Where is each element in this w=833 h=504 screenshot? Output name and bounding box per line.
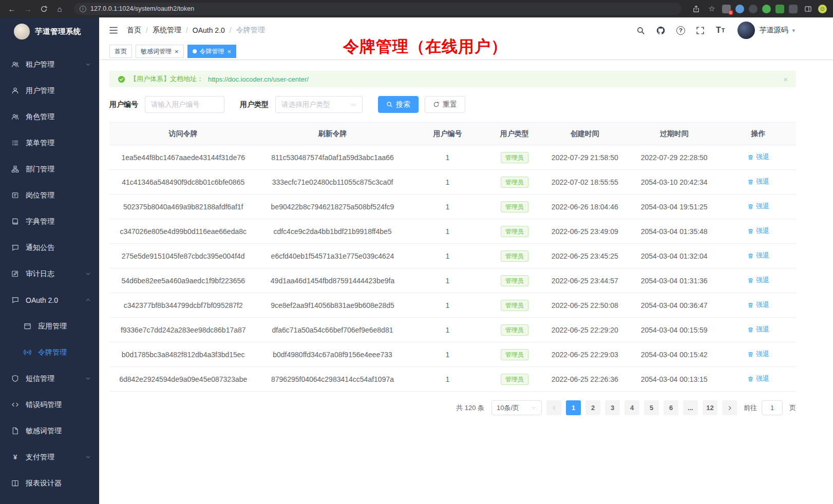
col-expire-time: 过期时间 [628,123,720,145]
tab-home[interactable]: 首页 [109,45,132,58]
force-logout-button[interactable]: 强退 [747,374,769,383]
page-button-2[interactable]: 2 [585,400,600,415]
page-ellipsis[interactable]: ... [683,400,698,415]
github-icon[interactable] [656,26,666,35]
sidebar-item-notice[interactable]: 通知公告 [0,235,99,261]
search-button-label: 搜索 [396,100,410,109]
fullscreen-icon[interactable] [696,26,705,35]
sidebar-item-menu[interactable]: 菜单管理 [0,130,99,156]
user-id-input[interactable] [145,96,224,113]
sidebar-item-app[interactable]: 应用管理 [0,313,99,339]
user-type-select[interactable]: 请选择用户类型 [275,96,363,113]
sidebar-item-audit-log[interactable]: 审计日志 [0,261,99,287]
extension-puzzle-icon[interactable] [775,5,784,13]
back-button[interactable]: ← [6,3,17,14]
extension-icon-gray[interactable] [789,5,798,13]
extension-icon-dark[interactable] [749,5,758,13]
extension-icon-blue[interactable] [735,5,744,13]
app-logo[interactable]: 芋道管理系统 [0,17,99,45]
chevron-down-icon [85,62,91,67]
tab-token[interactable]: 令牌管理 × [187,45,237,58]
sidebar-item-role[interactable]: 角色管理 [0,104,99,130]
alert-close-icon[interactable]: × [783,75,788,84]
sidebar-item-dict[interactable]: 字典管理 [0,208,99,235]
bookmark-star-icon[interactable]: ☆ [706,3,717,14]
sidebar-item-user[interactable]: 用户管理 [0,77,99,104]
share-icon[interactable] [690,3,702,14]
page-button-6[interactable]: 6 [664,400,678,415]
select-caret-icon [350,102,356,108]
sidebar-item-sensitive-word[interactable]: 敏感词管理 [0,418,99,444]
sidebar-item-label: 岗位管理 [26,191,54,200]
force-logout-button[interactable]: 强退 [747,202,769,211]
force-logout-button[interactable]: 强退 [747,325,769,334]
breadcrumb-item-home[interactable]: 首页 [127,26,141,35]
force-logout-button[interactable]: 强退 [747,251,769,260]
page-button-12[interactable]: 12 [703,400,717,415]
sidebar-item-error-code[interactable]: 错误码管理 [0,392,99,418]
sidebar-item-tenant[interactable]: 租户管理 [0,51,99,77]
sidebar-item-post[interactable]: 岗位管理 [0,182,99,208]
font-size-icon[interactable]: TT [716,26,725,35]
sidebar-item-token[interactable]: 令牌管理 [0,339,99,365]
browser-profile-avatar[interactable]: ☺ [818,5,827,13]
token-table: 访问令牌 刷新令牌 用户编号 用户类型 创建时间 过期时间 操作 1ea5e44… [109,122,796,392]
chevron-up-icon [85,297,91,303]
user-type-cell: 管理员 [487,342,542,367]
force-logout-label: 强退 [756,226,769,236]
sidebar-item-sms[interactable]: 短信管理 [0,365,99,392]
page-button-1[interactable]: 1 [566,400,581,415]
alert-text: 【用户体系】文档地址： [130,74,203,84]
forward-button[interactable]: → [22,3,33,14]
sidebar-item-label: 支付管理 [26,453,54,462]
extension-icon-badged[interactable]: 0 [722,5,731,13]
page-button-5[interactable]: 5 [644,400,659,415]
next-page-button[interactable] [722,400,737,415]
force-logout-button[interactable]: 强退 [747,276,769,285]
breadcrumb-separator: / [186,26,188,34]
page-size-select[interactable]: 10条/页 [491,400,542,415]
search-button[interactable]: 搜索 [378,96,419,113]
sidebar-item-dept[interactable]: 部门管理 [0,156,99,182]
collapse-menu-icon[interactable] [108,25,119,35]
access-token-cell: 1ea5e44f8bc1467aaede43144f31de76 [109,145,257,170]
search-icon[interactable] [636,26,646,35]
page-button-4[interactable]: 4 [624,400,639,415]
extension-icon-green[interactable] [762,5,771,13]
force-logout-button[interactable]: 强退 [747,177,769,186]
reset-button[interactable]: 重置 [425,96,465,113]
tab-close-icon[interactable]: × [175,48,179,55]
sidebar-item-label: OAuth 2.0 [26,296,58,304]
help-icon[interactable]: ? [676,26,685,35]
user-type-badge: 管理员 [501,177,528,188]
breadcrumb-item-oauth2[interactable]: OAuth 2.0 [193,26,225,34]
site-info-icon[interactable]: i [80,6,86,12]
sidebar-menu: 租户管理用户管理角色管理菜单管理部门管理岗位管理字典管理通知公告审计日志OAut… [0,45,99,496]
breadcrumb-item-system[interactable]: 系统管理 [153,26,181,35]
address-bar[interactable]: i 127.0.0.1:1024/system/oauth2/token [74,3,681,15]
action-cell: 强退 [721,293,796,318]
badge-icon [11,191,19,199]
user-id-cell: 1 [408,268,487,293]
force-logout-button[interactable]: 强退 [747,152,769,162]
force-logout-button[interactable]: 强退 [747,350,769,359]
sidebar-item-pay[interactable]: ¥支付管理 [0,444,99,470]
user-avatar[interactable] [737,22,755,39]
goto-suffix: 页 [789,403,796,413]
home-button[interactable]: ⌂ [54,3,65,14]
reload-button[interactable] [38,3,49,14]
split-view-icon[interactable] [802,3,813,14]
user-menu[interactable]: 芋道源码 ▾ [737,22,795,39]
prev-page-button[interactable] [546,400,561,415]
doc-link[interactable]: https://doc.iocoder.cn/user-center/ [208,75,309,83]
tab-sensitive-word[interactable]: 敏感词管理 × [136,45,184,58]
page-button-3[interactable]: 3 [605,400,620,415]
force-logout-button[interactable]: 强退 [747,226,769,236]
tab-close-icon[interactable]: × [228,48,232,55]
sidebar-item-oauth2[interactable]: OAuth 2.0 [0,287,99,313]
force-logout-button[interactable]: 强退 [747,300,769,309]
expire-time-cell: 2054-03-04 00:15:42 [628,342,720,367]
chevron-down-icon [85,376,91,381]
goto-page-input[interactable] [762,400,783,415]
sidebar-item-report[interactable]: 报表设计器 [0,470,99,496]
